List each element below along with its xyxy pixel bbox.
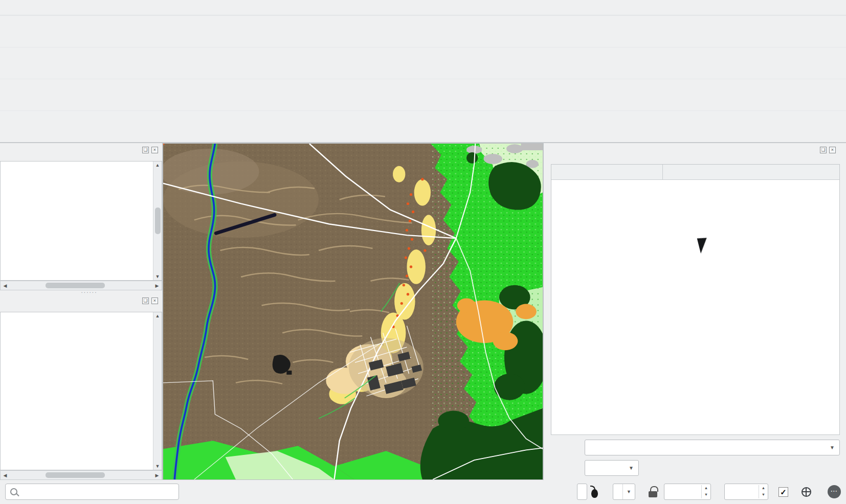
layers-float-icon[interactable]: ❏ bbox=[142, 297, 149, 304]
toolbar-area bbox=[0, 15, 846, 143]
identify-float-icon[interactable]: ❏ bbox=[820, 147, 827, 153]
identify-results-panel: ❏ × ▼ ▼ bbox=[543, 143, 846, 480]
browser-vscrollbar[interactable]: ▲▼ bbox=[153, 162, 162, 280]
toolbar-row-1 bbox=[0, 15, 846, 47]
extent-mouse-icon[interactable] bbox=[590, 486, 599, 498]
chevron-down-icon: ▼ bbox=[624, 465, 638, 471]
magnifier-spinner[interactable]: ▲▼ bbox=[664, 484, 711, 500]
browser-toolbar bbox=[0, 157, 162, 161]
layers-panel: ❏ × ▲▼ ◀▶ bbox=[0, 294, 162, 480]
chevron-down-icon: ▼ bbox=[825, 445, 839, 450]
layers-hscrollbar[interactable]: ◀▶ bbox=[0, 470, 162, 480]
layers-vscrollbar[interactable]: ▲▼ bbox=[153, 312, 162, 470]
messages-icon[interactable]: ⋯ bbox=[828, 485, 841, 498]
scale-combobox[interactable]: ▼ bbox=[613, 484, 635, 500]
view-combobox[interactable]: ▼ bbox=[585, 460, 639, 476]
feature-column-header[interactable] bbox=[551, 165, 663, 179]
mouse-cursor bbox=[697, 236, 710, 254]
coordinate-field[interactable] bbox=[577, 484, 587, 500]
lock-icon[interactable] bbox=[649, 486, 658, 497]
layers-tree: ▲▼ bbox=[0, 312, 162, 470]
render-checkbox[interactable]: ✓ bbox=[778, 487, 788, 497]
search-icon bbox=[10, 488, 17, 495]
status-bar: ▼ ▲▼ ▲▼ ✓ ⋯ bbox=[0, 480, 846, 503]
map-canvas[interactable] bbox=[163, 143, 543, 480]
identify-toolbar bbox=[551, 157, 840, 164]
chevron-down-icon: ▼ bbox=[622, 484, 635, 499]
toolbar-row-2 bbox=[0, 47, 846, 79]
browser-panel: ❏ × ▲▼ ◀▶ bbox=[0, 143, 162, 290]
vegetation-raster-map bbox=[163, 144, 543, 479]
layers-toolbar bbox=[0, 308, 162, 312]
browser-float-icon[interactable]: ❏ bbox=[142, 147, 149, 153]
panel-splitter[interactable] bbox=[0, 290, 162, 294]
layers-close-icon[interactable]: × bbox=[151, 297, 158, 304]
identify-close-icon[interactable]: × bbox=[829, 147, 836, 153]
browser-tree: ▲▼ bbox=[0, 161, 162, 281]
toolbar-row-3 bbox=[0, 79, 846, 110]
identify-results-table bbox=[551, 164, 840, 435]
identify-results-body[interactable] bbox=[551, 180, 839, 434]
locator-search-input[interactable] bbox=[5, 484, 179, 500]
rotation-spinner[interactable]: ▲▼ bbox=[724, 484, 768, 500]
crs-globe-icon bbox=[802, 487, 811, 497]
left-dock-column: ❏ × ▲▼ ◀▶ ❏ × ▲▼ ◀▶ bbox=[0, 143, 163, 480]
browser-close-icon[interactable]: × bbox=[151, 147, 158, 153]
mode-combobox[interactable]: ▼ bbox=[585, 440, 840, 455]
menu-bar bbox=[0, 0, 846, 15]
toolbar-row-4 bbox=[0, 110, 846, 142]
